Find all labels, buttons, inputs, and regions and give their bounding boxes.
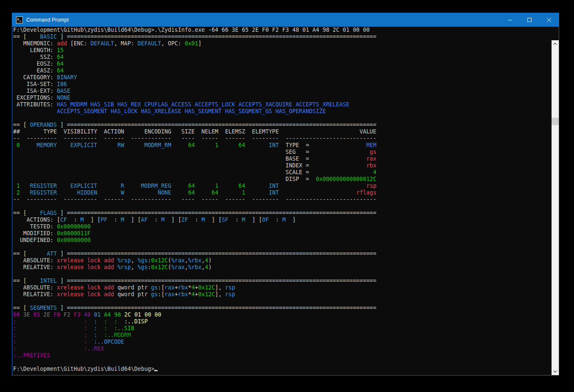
segment-marker-opcode: : : :..OPCODE [13, 339, 551, 345]
row-length: LENGTH: 15 [13, 47, 551, 54]
scrollbar-track[interactable] [552, 40, 559, 375]
att-relative: RELATIVE: xrelease lock add %rsp, %gs:0x… [13, 264, 551, 271]
operand-0-scale: SCALE = 4 [13, 169, 551, 176]
maximize-icon [527, 18, 532, 22]
row-flags-tested: TESTED: 0x00000000 [13, 223, 551, 230]
chevron-down-icon [553, 370, 557, 373]
blank [13, 298, 551, 305]
row-flags-undefined: UNDEFINED: 0x00000000 [13, 237, 551, 244]
segments-bytes: 66 3E 65 2E F0 F2 F3 48 01 A4 98 2C 01 0… [13, 311, 551, 318]
terminal-output[interactable]: F:\Development\GitHub\zydis\Build64\Debu… [13, 27, 551, 375]
att-absolute: ABSOLUTE: xrelease lock add %rsp, %gs:0x… [13, 257, 551, 264]
command-prompt-window: Command Prompt F:\Development\GitHub\zy [12, 13, 559, 375]
minimize-button[interactable] [500, 13, 520, 27]
row-mnemonic: MNEMONIC: add [ENC: DEFAULT, MAP: DEFAUL… [13, 40, 551, 47]
chevron-up-icon [553, 43, 557, 45]
segment-marker-rex: : :..REX [13, 345, 551, 352]
title-bar[interactable]: Command Prompt [12, 13, 559, 27]
operand-0-index: INDEX = rbx [13, 162, 551, 169]
row-ssz: SSZ: 64 [13, 54, 551, 61]
segment-marker-prefixes: :..PREFIXES [13, 352, 551, 359]
blank [13, 244, 551, 250]
close-button[interactable] [539, 13, 559, 27]
blank [13, 203, 551, 210]
operand-row-1: 1 REGISTER EXPLICIT R MODRM_REG 64 1 64 … [13, 183, 551, 189]
scrollbar-thumb[interactable] [552, 118, 559, 125]
operands-table-footer: -- --------- ---------- ------ ---------… [13, 196, 551, 203]
scroll-up-button[interactable] [552, 40, 559, 47]
section-header-intel: == [ INTEL ] ===========================… [13, 278, 551, 284]
row-eosz: EOSZ: 64 [13, 61, 551, 67]
segment-marker-modrm: : : : :..MODRM [13, 332, 551, 339]
maximize-button[interactable] [520, 13, 539, 27]
row-attributes-cont: ACCEPTS_SEGMENT HAS_LOCK HAS_XRELEASE HA… [13, 108, 551, 115]
section-header-flags: == [ FLAGS ] ===========================… [13, 210, 551, 217]
segment-marker-sib: : : : : :..SIB [13, 325, 551, 332]
operands-table-header: ## TYPE VISIBILITY ACTION ENCODING SIZE … [13, 128, 551, 135]
operand-0-disp: DISP = 0x000000000000012C [13, 176, 551, 183]
blank [13, 271, 551, 278]
close-icon [547, 18, 551, 22]
minimize-icon [508, 18, 512, 22]
row-flags-modified: MODIFIED: 0x0000011F [13, 230, 551, 237]
operand-0-seg: SEG = gs [13, 149, 551, 156]
row-attributes: ATTRIBUTES: HAS_MODRM HAS_SIB HAS_REX CP… [13, 101, 551, 108]
section-header-operands: == [ OPERANDS ] ========================… [13, 122, 551, 128]
window-controls [500, 13, 559, 27]
segment-marker-disp: : : : : : :..DISP [13, 318, 551, 325]
console-area: F:\Development\GitHub\zydis\Build64\Debu… [12, 27, 559, 375]
intel-absolute: ABSOLUTE: xrelease lock add qword ptr gs… [13, 284, 551, 291]
section-header-segments: == [ SEGMENTS ] ========================… [13, 305, 551, 311]
command-line: F:\Development\GitHub\zydis\Build64\Debu… [13, 27, 551, 33]
row-exceptions: EXCEPTIONS: NONE [13, 95, 551, 101]
cmd-icon[interactable] [16, 17, 23, 23]
operands-table-separator: -- --------- ---------- ------ ---------… [13, 135, 551, 142]
section-header-att: == [ ATT ] =============================… [13, 250, 551, 257]
scroll-down-button[interactable] [552, 368, 559, 375]
blank [13, 115, 551, 122]
row-category: CATEGORY: BINARY [13, 74, 551, 81]
row-flag-actions: ACTIONS: [CF : M ] [PF : M ] [AF : M ] [… [13, 217, 551, 223]
operand-row-2: 2 REGISTER HIDDEN W NONE 64 64 1 INT rfl… [13, 189, 551, 196]
window-title: Command Prompt [26, 17, 69, 23]
row-isa-set: ISA-SET: I86 [13, 81, 551, 88]
operand-row-0: 0 MEMORY EXPLICIT RW MODRM_RM 64 1 64 IN… [13, 142, 551, 149]
prompt-line: F:\Development\GitHub\zydis\Build64\Debu… [13, 366, 551, 373]
intel-relative: RELATIVE: xrelease lock add qword ptr gs… [13, 291, 551, 298]
blank [13, 359, 551, 366]
row-easz: EASZ: 64 [13, 67, 551, 74]
section-header-basic: == [ BASIC ] ===========================… [13, 33, 551, 40]
operand-0-base: BASE = rax [13, 156, 551, 162]
text-cursor [154, 370, 158, 371]
row-isa-ext: ISA-EXT: BASE [13, 88, 551, 95]
